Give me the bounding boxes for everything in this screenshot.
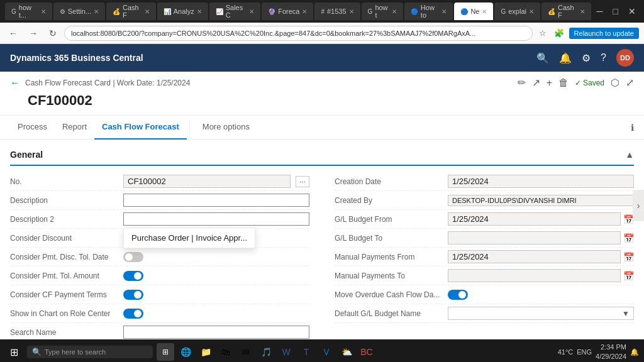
taskbar-search[interactable]: 🔍 Type here to search [27, 346, 153, 358]
taskbar-icon-word[interactable]: W [277, 343, 295, 361]
tab-more-options[interactable]: More options [195, 116, 257, 140]
taskbar-icon-bc[interactable]: BC [358, 343, 375, 361]
tab-close-4[interactable]: ✕ [197, 8, 202, 15]
extensions-icon[interactable]: 🧩 [552, 27, 567, 39]
notification-icon[interactable]: 🔔 [559, 52, 572, 64]
manual-payments-from-input[interactable] [448, 250, 621, 263]
bookmark-icon[interactable]: ☆ [536, 27, 549, 39]
browser-tab-11[interactable]: G explai ✕ [494, 3, 540, 20]
browser-tab-10[interactable]: 🔵 Ne ✕ [454, 3, 493, 20]
browser-tab-2[interactable]: ⚙ Settin... ✕ [53, 3, 105, 20]
field-no-more-button[interactable]: ··· [296, 176, 309, 187]
browser-tab-3[interactable]: 💰 Cash F ✕ [106, 3, 156, 20]
field-consider-pmt-tol: Consider Pmt. Tol. Amount [10, 266, 309, 285]
minimize-button[interactable]: ─ [594, 5, 606, 18]
consider-cf-toggle[interactable] [123, 290, 143, 300]
field-search-name-input[interactable] [123, 326, 309, 339]
taskbar-icon-teams[interactable]: T [297, 343, 315, 361]
address-input[interactable] [64, 26, 533, 41]
tab-close-1[interactable]: ✕ [41, 8, 46, 15]
expand-button[interactable]: ⤢ [626, 77, 634, 89]
side-expand-button[interactable]: › [633, 190, 644, 221]
field-gl-budget-to: G/L Budget To 📅 [335, 229, 634, 248]
field-description2-input[interactable] [123, 212, 309, 226]
taskbar-keyboard: ENG [577, 348, 592, 356]
gl-budget-to-calendar-icon[interactable]: 📅 [623, 233, 634, 243]
tab-close-11[interactable]: ✕ [529, 8, 534, 15]
section-collapse-icon[interactable]: ▲ [625, 150, 634, 160]
tab-close-10[interactable]: ✕ [482, 8, 487, 15]
taskbar-icon-weather[interactable]: ⛅ [338, 343, 355, 361]
delete-button[interactable]: 🗑 [558, 77, 569, 89]
back-button[interactable]: ← [10, 77, 20, 89]
taskbar-icon-music[interactable]: 🎵 [257, 343, 275, 361]
consider-pmt-tol-toggle[interactable] [123, 271, 143, 281]
close-button[interactable]: ✕ [625, 5, 639, 18]
tab-separator [189, 121, 190, 134]
forward-nav-button[interactable]: → [25, 27, 42, 40]
taskbar-icon-mail[interactable]: ✉ [237, 343, 255, 361]
tab-close-8[interactable]: ✕ [392, 8, 397, 15]
field-manual-payments-from-label: Manual Payments From [335, 253, 448, 261]
open-external-button[interactable]: ⬡ [611, 77, 619, 89]
tab-close-7[interactable]: ✕ [349, 8, 354, 15]
tab-close-5[interactable]: ✕ [249, 8, 254, 15]
tab-close-12[interactable]: ✕ [580, 8, 585, 15]
app-header: Dynamics 365 Business Central 🔍 🔔 ⚙ ? DD [0, 44, 644, 72]
tab-report[interactable]: Report [55, 116, 94, 140]
back-nav-button[interactable]: ← [5, 27, 21, 40]
browser-tab-9[interactable]: 🔵 How to ✕ [404, 3, 453, 20]
default-gl-budget-input[interactable] [452, 309, 622, 318]
share-button[interactable]: ↗ [532, 77, 540, 89]
browser-tab-8[interactable]: G how t ✕ [362, 3, 403, 20]
field-description-input[interactable] [123, 194, 309, 207]
left-column: No. ··· Description Description 2 Purcha… [10, 172, 309, 339]
taskbar-icon-1[interactable]: ⊞ [157, 343, 174, 361]
browser-tab-6[interactable]: 🔮 Foreca ✕ [262, 3, 313, 20]
field-consider-pmt-tol-label: Consider Pmt. Tol. Amount [10, 272, 123, 280]
relaunch-button[interactable]: Relaunch to update [569, 28, 639, 39]
field-no-input[interactable] [123, 175, 291, 188]
avatar[interactable]: DD [616, 49, 634, 67]
search-icon[interactable]: 🔍 [536, 52, 549, 64]
gl-budget-from-input[interactable] [448, 212, 621, 226]
tab-process[interactable]: Process [10, 116, 55, 140]
add-button[interactable]: + [547, 77, 552, 89]
settings-icon[interactable]: ⚙ [582, 52, 591, 64]
info-icon[interactable]: ℹ [631, 123, 634, 133]
browser-tab-1[interactable]: G how t... ✕ [5, 3, 52, 20]
move-overdue-toggle[interactable] [448, 290, 468, 300]
default-gl-budget-dropdown[interactable]: ▼ [448, 307, 634, 320]
browser-tab-7[interactable]: # #1535 ✕ [314, 3, 360, 20]
manual-payments-from-calendar-icon[interactable]: 📅 [623, 252, 634, 262]
tab-close-9[interactable]: ✕ [441, 8, 447, 15]
breadcrumb-row: ← Cash Flow Forecast Card | Work Date: 1… [10, 77, 634, 89]
taskbar-icon-edge[interactable]: 🌐 [177, 343, 194, 361]
page-actions: ✏ ↗ + 🗑 ✓ Saved ⬡ ⤢ [518, 77, 634, 89]
tab-close-6[interactable]: ✕ [302, 8, 307, 15]
gl-budget-to-input[interactable] [448, 231, 621, 244]
tab-close-3[interactable]: ✕ [145, 8, 150, 15]
browser-tab-5[interactable]: 📈 Sales C ✕ [209, 3, 260, 20]
edit-button[interactable]: ✏ [518, 77, 526, 89]
manual-payments-to-calendar-icon[interactable]: 📅 [623, 271, 634, 281]
notification-badge[interactable]: 🔔 [630, 348, 639, 356]
taskbar-time: 2:34 PM 4/29/2024 [596, 343, 626, 362]
field-gl-budget-from: G/L Budget From 📅 [335, 210, 634, 229]
consider-pmt-disc-toggle[interactable] [123, 252, 143, 262]
browser-tab-12[interactable]: 💰 Cash F ✕ [541, 3, 591, 20]
manual-payments-to-input[interactable] [448, 269, 621, 282]
show-chart-toggle[interactable] [123, 309, 143, 319]
tab-close-2[interactable]: ✕ [94, 8, 99, 15]
help-icon[interactable]: ? [601, 52, 606, 63]
page-area: ← Cash Flow Forecast Card | Work Date: 1… [0, 72, 644, 339]
browser-tab-4[interactable]: 📊 Analyz ✕ [157, 3, 208, 20]
tab-cashflow[interactable]: Cash Flow Forecast [94, 116, 187, 140]
reload-button[interactable]: ↻ [45, 27, 60, 40]
maximize-button[interactable]: □ [610, 5, 621, 18]
taskbar-icon-files[interactable]: 📁 [197, 343, 214, 361]
taskbar-icon-store[interactable]: 🛍 [217, 343, 235, 361]
page-title: CF100002 [10, 91, 634, 112]
start-button[interactable]: ⊞ [5, 344, 23, 361]
taskbar-icon-vscode[interactable]: V [318, 343, 335, 361]
